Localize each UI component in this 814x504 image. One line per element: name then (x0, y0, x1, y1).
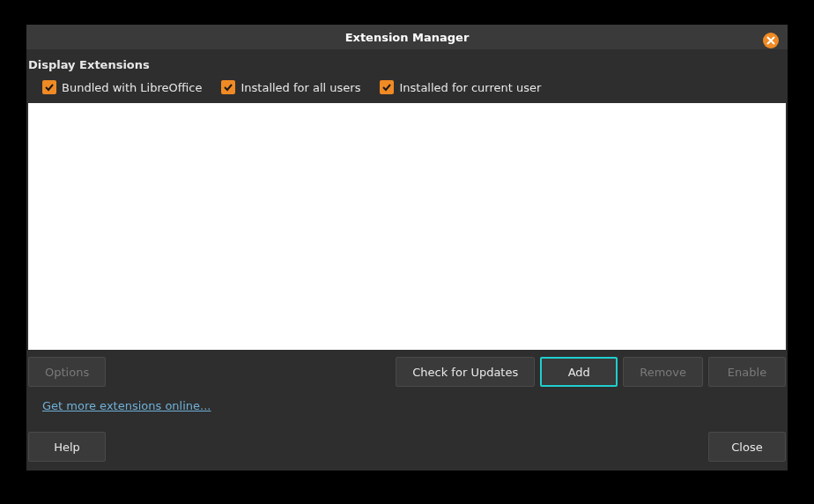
add-button[interactable]: Add (540, 357, 618, 387)
filter-current-user-label: Installed for current user (399, 81, 541, 94)
filter-all-users[interactable]: Installed for all users (221, 80, 360, 94)
display-extensions-label: Display Extensions (26, 49, 788, 77)
checkbox-icon (221, 80, 235, 94)
options-button[interactable]: Options (28, 357, 106, 387)
dialog-content: Display Extensions Bundled with LibreOff… (26, 49, 788, 471)
extensions-list[interactable] (28, 103, 786, 350)
filter-bundled-label: Bundled with LibreOffice (62, 81, 202, 94)
link-row: Get more extensions online... (26, 387, 788, 412)
check-updates-button[interactable]: Check for Updates (396, 357, 535, 387)
checkbox-icon (380, 80, 394, 94)
filter-all-users-label: Installed for all users (240, 81, 360, 94)
checkbox-icon (42, 80, 56, 94)
filter-current-user[interactable]: Installed for current user (380, 80, 541, 94)
extension-manager-dialog: Extension Manager Display Extensions Bun… (26, 25, 788, 471)
titlebar: Extension Manager (26, 25, 788, 49)
close-icon[interactable] (763, 33, 779, 48)
dialog-title: Extension Manager (26, 31, 788, 44)
close-button[interactable]: Close (708, 432, 786, 462)
action-button-row: Options Check for Updates Add Remove Ena… (26, 350, 788, 387)
get-more-extensions-link[interactable]: Get more extensions online... (42, 399, 211, 412)
spacer (111, 357, 390, 387)
spacer (106, 432, 708, 462)
help-button[interactable]: Help (28, 432, 106, 462)
filter-bundled[interactable]: Bundled with LibreOffice (42, 80, 202, 94)
enable-button[interactable]: Enable (708, 357, 786, 387)
filter-row: Bundled with LibreOffice Installed for a… (26, 77, 788, 103)
bottom-button-row: Help Close (26, 412, 788, 462)
remove-button[interactable]: Remove (623, 357, 703, 387)
